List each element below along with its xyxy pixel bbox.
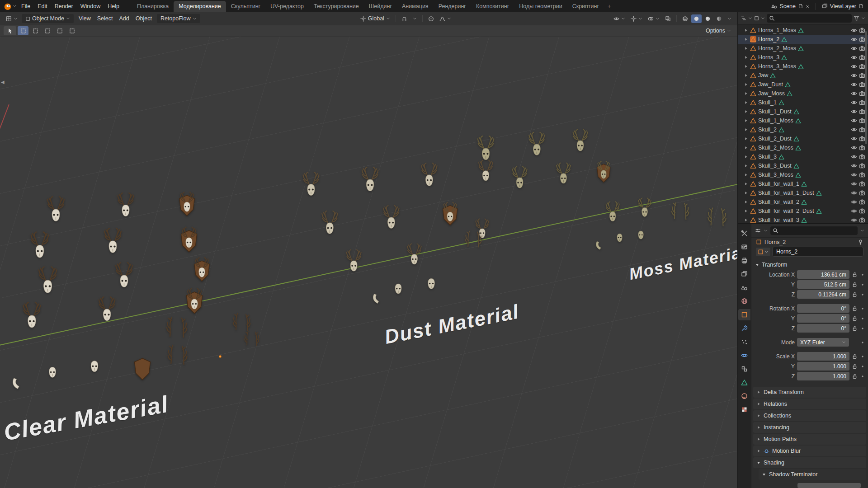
hide-in-viewport-icon[interactable]	[851, 208, 857, 214]
viewport-menu-select[interactable]: Select	[94, 14, 116, 23]
hide-in-viewport-icon[interactable]	[851, 36, 857, 42]
outliner-item[interactable]: Horns_3	[738, 53, 868, 62]
transform-orientation-select[interactable]: Global	[358, 14, 392, 23]
object-visibility-dropdown[interactable]	[611, 14, 627, 23]
transform-value-field[interactable]: 1.000	[797, 372, 849, 380]
editor-type-button[interactable]	[4, 14, 20, 23]
properties-search[interactable]	[770, 226, 858, 235]
dust-skullplain-model[interactable]	[422, 276, 440, 298]
outliner-item[interactable]: Jaw_Dust	[738, 80, 868, 89]
dust-skull-model[interactable]	[341, 248, 366, 279]
active-tool-button[interactable]	[4, 26, 16, 35]
select-mode-subtract-button[interactable]	[42, 26, 53, 35]
disable-in-renders-icon[interactable]	[859, 217, 865, 223]
display-mode-icon[interactable]	[754, 16, 759, 21]
disclosure-triangle-icon[interactable]	[744, 200, 748, 204]
moss-skullplain-model[interactable]	[634, 229, 648, 246]
disable-in-renders-icon[interactable]	[859, 145, 865, 151]
xray-toggle[interactable]	[663, 14, 673, 23]
clear-plaque-model[interactable]	[129, 351, 156, 384]
clear-jaw-model[interactable]	[9, 376, 24, 393]
disable-in-renders-icon[interactable]	[859, 199, 865, 205]
clear-plaqueskull-model[interactable]	[181, 284, 208, 318]
disable-in-renders-icon[interactable]	[859, 72, 865, 79]
snap-settings[interactable]	[410, 15, 419, 22]
topbar-menu-help[interactable]: Help	[104, 1, 123, 11]
clear-antlers-model[interactable]	[164, 314, 190, 340]
disable-in-renders-icon[interactable]	[859, 117, 865, 124]
dust-skull-model[interactable]	[297, 170, 325, 204]
workspace-tab[interactable]: Скриптинг	[567, 1, 604, 12]
outliner-item[interactable]: Skull_for_wall_2_Dust	[738, 206, 868, 216]
properties-tab-constraints[interactable]	[738, 363, 750, 375]
animate-property-dot[interactable]	[860, 272, 865, 277]
disclosure-triangle-icon[interactable]	[744, 64, 748, 69]
panel-delta-transform[interactable]: Delta Transform	[753, 387, 866, 398]
outliner-item[interactable]: Skull_2_Dust	[738, 134, 868, 143]
hide-in-viewport-icon[interactable]	[851, 54, 857, 61]
clear-antlers-model[interactable]	[165, 343, 190, 367]
clear-skull-model[interactable]	[42, 195, 70, 230]
lock-icon[interactable]	[852, 315, 858, 321]
outliner-item[interactable]: Jaw	[738, 71, 868, 80]
animate-property-dot[interactable]	[860, 282, 865, 287]
outliner-item[interactable]: Horns_3_Moss	[738, 62, 868, 71]
lock-icon[interactable]	[852, 291, 858, 297]
properties-tab-tool[interactable]	[738, 228, 750, 239]
animate-property-dot[interactable]	[860, 306, 865, 311]
hide-in-viewport-icon[interactable]	[851, 163, 857, 169]
outliner-item[interactable]: Skull_1_Moss	[738, 116, 868, 125]
clear-skull-model[interactable]	[33, 265, 63, 302]
disclosure-triangle-icon[interactable]	[744, 136, 748, 141]
view-layer-selector[interactable]: ViewLayer	[830, 3, 856, 9]
disable-in-renders-icon[interactable]	[859, 81, 865, 88]
hide-in-viewport-icon[interactable]	[851, 117, 857, 124]
moss-jaw-model[interactable]	[593, 240, 604, 253]
panel-relations[interactable]: Relations	[753, 399, 866, 409]
shading-rendered-button[interactable]	[714, 14, 724, 23]
disable-in-renders-icon[interactable]	[859, 45, 865, 52]
properties-tab-texture[interactable]	[738, 404, 750, 415]
select-mode-intersect-button[interactable]	[66, 26, 77, 35]
transform-panel-header[interactable]: Transform	[751, 259, 868, 269]
transform-value-field[interactable]: 0°	[797, 324, 849, 333]
dust-skull-model[interactable]	[378, 204, 405, 237]
viewport-menu-view[interactable]: View	[75, 14, 94, 23]
dust-skullplain-model[interactable]	[390, 282, 407, 302]
panel-shading[interactable]: Shading	[753, 457, 866, 468]
transform-value-field[interactable]: 0°	[797, 314, 849, 323]
lock-icon[interactable]	[852, 373, 858, 379]
hide-in-viewport-icon[interactable]	[851, 63, 857, 70]
properties-tab-output[interactable]	[738, 255, 750, 266]
outliner-item[interactable]: Skull_for_wall_1	[738, 179, 868, 188]
shadow-terminator-partial-field[interactable]	[797, 483, 861, 488]
retopoflow-menu[interactable]: RetopoFlow	[157, 14, 200, 23]
disclosure-triangle-icon[interactable]	[744, 182, 748, 186]
outliner-item[interactable]: Skull_3_Moss	[738, 170, 868, 179]
lock-icon[interactable]	[852, 282, 858, 287]
moss-skull-model[interactable]	[568, 128, 593, 159]
animate-property-dot[interactable]	[860, 292, 865, 297]
hide-in-viewport-icon[interactable]	[851, 199, 857, 205]
properties-tab-data[interactable]	[738, 377, 750, 388]
outliner-item[interactable]: Horns_2_Moss	[738, 44, 868, 53]
disclosure-triangle-icon[interactable]	[744, 218, 748, 222]
workspace-tab[interactable]: Моделирование	[174, 1, 226, 12]
dust-skull-model[interactable]	[316, 209, 343, 242]
outliner-search[interactable]	[767, 14, 852, 23]
outliner-item[interactable]: Skull_3	[738, 152, 868, 161]
breadcrumb-object-name[interactable]: Horns_2	[764, 239, 786, 245]
new-scene-icon[interactable]	[798, 4, 803, 9]
moss-skull-model[interactable]	[524, 131, 550, 164]
clear-plaqueskull-model[interactable]	[175, 223, 203, 256]
moss-skull-model[interactable]	[552, 161, 576, 191]
clear-plaqueskull-model[interactable]	[174, 188, 200, 220]
disclosure-triangle-icon[interactable]	[744, 73, 748, 78]
viewport-menu-add[interactable]: Add	[116, 14, 132, 23]
hide-in-viewport-icon[interactable]	[851, 190, 857, 196]
panel-shadow-terminator[interactable]: Shadow Terminator	[759, 469, 866, 480]
disable-in-renders-icon[interactable]	[859, 54, 865, 61]
clear-skullplain-model[interactable]	[43, 365, 61, 386]
panel-collections[interactable]: Collections	[753, 410, 866, 421]
outliner-item[interactable]: Jaw_Moss	[738, 89, 868, 98]
